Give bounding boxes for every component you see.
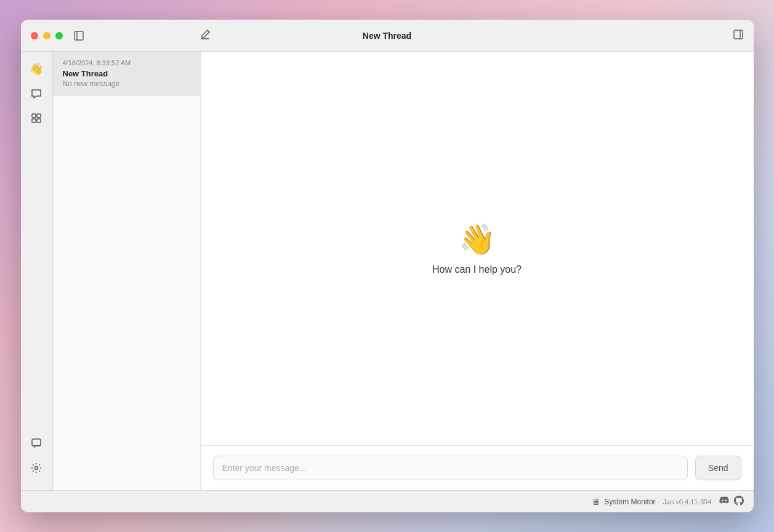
icon-sidebar: 👋 bbox=[21, 52, 53, 490]
svg-point-10 bbox=[35, 467, 38, 470]
svg-rect-8 bbox=[37, 119, 41, 123]
titlebar: New Thread bbox=[21, 20, 754, 52]
minimize-button[interactable] bbox=[43, 32, 50, 39]
left-sidebar-toggle[interactable] bbox=[73, 30, 85, 42]
feedback-icon[interactable] bbox=[26, 433, 46, 453]
message-input[interactable] bbox=[213, 456, 688, 480]
chat-messages: 👋 How can I help you? bbox=[201, 52, 754, 445]
compose-button[interactable] bbox=[200, 29, 211, 42]
maximize-button[interactable] bbox=[55, 32, 63, 39]
thread-item[interactable]: 4/18/2024, 8:33:52 AM New Thread No new … bbox=[53, 52, 200, 96]
close-button[interactable] bbox=[31, 32, 38, 39]
system-monitor-item[interactable]: 🖥 System Monitor bbox=[592, 497, 655, 507]
discord-icon[interactable] bbox=[719, 496, 729, 507]
social-links bbox=[719, 496, 744, 507]
icon-sidebar-top: 👋 bbox=[26, 59, 46, 433]
svg-rect-9 bbox=[32, 439, 41, 446]
traffic-lights bbox=[31, 32, 63, 39]
send-button[interactable]: Send bbox=[695, 456, 741, 480]
github-icon[interactable] bbox=[734, 496, 744, 507]
settings-icon[interactable] bbox=[26, 458, 46, 478]
svg-rect-6 bbox=[37, 114, 41, 118]
icon-sidebar-bottom bbox=[26, 433, 46, 483]
monitor-icon: 🖥 bbox=[592, 497, 600, 507]
window-title: New Thread bbox=[363, 31, 411, 41]
monitor-label: System Monitor bbox=[604, 498, 655, 506]
right-sidebar-toggle[interactable] bbox=[733, 29, 744, 42]
welcome-text: How can I help you? bbox=[432, 264, 522, 275]
chat-threads-icon[interactable] bbox=[26, 84, 46, 103]
main-window: New Thread 👋 bbox=[21, 20, 754, 512]
wave-icon[interactable]: 👋 bbox=[26, 59, 46, 79]
input-area: Send bbox=[201, 445, 754, 490]
svg-rect-3 bbox=[734, 30, 743, 39]
version-label: Jan v0.4.11-394 bbox=[663, 498, 712, 506]
svg-rect-0 bbox=[75, 31, 83, 40]
thread-item-date: 4/18/2024, 8:33:52 AM bbox=[63, 59, 190, 66]
svg-rect-7 bbox=[32, 119, 36, 123]
svg-rect-5 bbox=[32, 114, 36, 118]
welcome-emoji: 👋 bbox=[459, 222, 496, 257]
thread-item-preview: No new message bbox=[63, 79, 190, 88]
thread-item-title: New Thread bbox=[63, 69, 190, 78]
thread-sidebar: 4/18/2024, 8:33:52 AM New Thread No new … bbox=[53, 52, 201, 490]
status-bar: 🖥 System Monitor Jan v0.4.11-394 bbox=[21, 490, 754, 512]
main-area: 👋 bbox=[21, 52, 754, 490]
chat-area: 👋 How can I help you? Send bbox=[201, 52, 754, 490]
grid-icon[interactable] bbox=[26, 108, 46, 128]
